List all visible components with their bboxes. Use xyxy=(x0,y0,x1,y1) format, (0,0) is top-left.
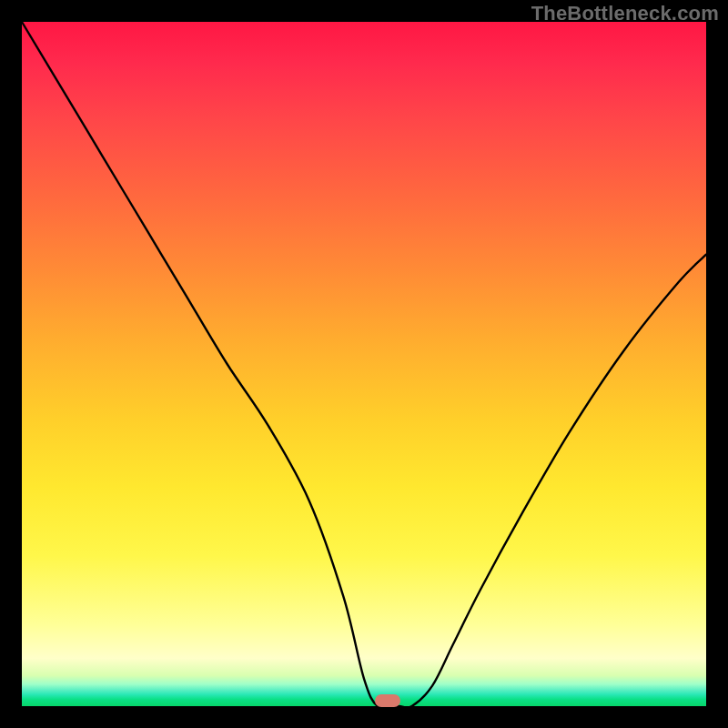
chart-frame: TheBottleneck.com xyxy=(0,0,728,728)
watermark-text: TheBottleneck.com xyxy=(531,2,719,25)
optimum-marker xyxy=(375,694,400,707)
bottleneck-curve xyxy=(22,22,706,706)
plot-area xyxy=(22,22,706,706)
curve-path xyxy=(22,22,706,708)
